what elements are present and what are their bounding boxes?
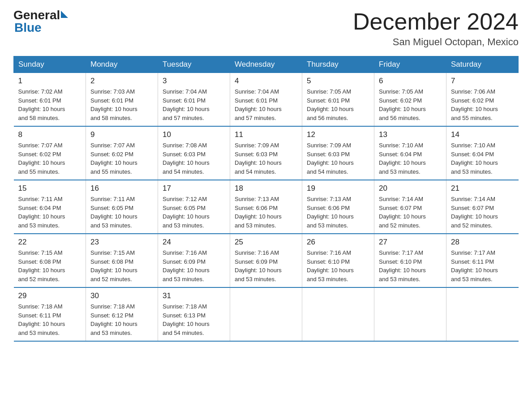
day-number: 31: [163, 291, 225, 300]
day-info: Sunrise: 7:04 AMSunset: 6:01 PMDaylight:…: [235, 87, 297, 122]
day-cell: 9Sunrise: 7:07 AMSunset: 6:02 PMDaylight…: [86, 126, 158, 180]
day-cell: 21Sunrise: 7:14 AMSunset: 6:07 PMDayligh…: [446, 180, 519, 234]
day-cell: 1Sunrise: 7:02 AMSunset: 6:01 PMDaylight…: [14, 73, 86, 127]
day-cell: 20Sunrise: 7:14 AMSunset: 6:07 PMDayligh…: [374, 180, 446, 234]
day-number: 28: [451, 238, 514, 247]
day-info: Sunrise: 7:05 AMSunset: 6:01 PMDaylight:…: [307, 87, 369, 122]
day-cell: 10Sunrise: 7:08 AMSunset: 6:03 PMDayligh…: [158, 126, 230, 180]
day-info: Sunrise: 7:11 AMSunset: 6:05 PMDaylight:…: [90, 195, 153, 230]
day-cell: 22Sunrise: 7:15 AMSunset: 6:08 PMDayligh…: [14, 234, 86, 287]
day-number: 6: [379, 77, 442, 86]
day-number: 8: [18, 130, 82, 139]
calendar-body: 1Sunrise: 7:02 AMSunset: 6:01 PMDaylight…: [14, 73, 519, 342]
header-cell-sunday: Sunday: [14, 56, 86, 73]
day-cell: 24Sunrise: 7:16 AMSunset: 6:09 PMDayligh…: [158, 234, 230, 287]
day-info: Sunrise: 7:10 AMSunset: 6:04 PMDaylight:…: [379, 141, 442, 176]
day-info: Sunrise: 7:05 AMSunset: 6:02 PMDaylight:…: [379, 87, 442, 122]
day-number: 21: [451, 184, 514, 193]
day-number: 27: [379, 238, 442, 247]
day-cell: 2Sunrise: 7:03 AMSunset: 6:01 PMDaylight…: [86, 73, 158, 127]
day-info: Sunrise: 7:06 AMSunset: 6:02 PMDaylight:…: [451, 87, 514, 122]
title-block: December 2024 San Miguel Octopan, Mexico: [353, 9, 519, 48]
day-cell: 16Sunrise: 7:11 AMSunset: 6:05 PMDayligh…: [86, 180, 158, 234]
day-cell: 15Sunrise: 7:11 AMSunset: 6:04 PMDayligh…: [14, 180, 86, 234]
day-number: 16: [90, 184, 153, 193]
day-info: Sunrise: 7:11 AMSunset: 6:04 PMDaylight:…: [18, 195, 82, 230]
month-title: December 2024: [353, 9, 519, 34]
day-number: 1: [18, 77, 82, 86]
day-number: 4: [235, 77, 297, 86]
day-cell: 25Sunrise: 7:16 AMSunset: 6:09 PMDayligh…: [230, 234, 302, 287]
day-cell: 4Sunrise: 7:04 AMSunset: 6:01 PMDaylight…: [230, 73, 302, 127]
day-cell: 3Sunrise: 7:04 AMSunset: 6:01 PMDaylight…: [158, 73, 230, 127]
day-number: 20: [379, 184, 442, 193]
day-info: Sunrise: 7:12 AMSunset: 6:05 PMDaylight:…: [163, 195, 225, 230]
day-info: Sunrise: 7:17 AMSunset: 6:10 PMDaylight:…: [379, 248, 442, 283]
day-cell: 5Sunrise: 7:05 AMSunset: 6:01 PMDaylight…: [302, 73, 374, 127]
day-info: Sunrise: 7:18 AMSunset: 6:11 PMDaylight:…: [18, 302, 82, 337]
week-row-1: 1Sunrise: 7:02 AMSunset: 6:01 PMDaylight…: [14, 73, 519, 127]
day-info: Sunrise: 7:15 AMSunset: 6:08 PMDaylight:…: [18, 248, 82, 283]
logo-arrow-icon: [61, 11, 68, 18]
day-cell: 19Sunrise: 7:13 AMSunset: 6:06 PMDayligh…: [302, 180, 374, 234]
day-info: Sunrise: 7:16 AMSunset: 6:09 PMDaylight:…: [235, 248, 297, 283]
day-info: Sunrise: 7:13 AMSunset: 6:06 PMDaylight:…: [235, 195, 297, 230]
day-info: Sunrise: 7:04 AMSunset: 6:01 PMDaylight:…: [163, 87, 225, 122]
logo-blue-text: Blue: [14, 21, 42, 34]
day-number: 7: [451, 77, 514, 86]
day-info: Sunrise: 7:08 AMSunset: 6:03 PMDaylight:…: [163, 141, 225, 176]
day-info: Sunrise: 7:03 AMSunset: 6:01 PMDaylight:…: [90, 87, 153, 122]
day-cell: [446, 287, 519, 341]
week-row-3: 15Sunrise: 7:11 AMSunset: 6:04 PMDayligh…: [14, 180, 519, 234]
header-cell-saturday: Saturday: [446, 56, 519, 73]
day-info: Sunrise: 7:18 AMSunset: 6:12 PMDaylight:…: [90, 302, 153, 337]
day-number: 26: [307, 238, 369, 247]
header-cell-wednesday: Wednesday: [230, 56, 302, 73]
day-number: 14: [451, 130, 514, 139]
day-cell: [230, 287, 302, 341]
day-info: Sunrise: 7:15 AMSunset: 6:08 PMDaylight:…: [90, 248, 153, 283]
calendar-table: SundayMondayTuesdayWednesdayThursdayFrid…: [13, 56, 519, 342]
day-cell: 18Sunrise: 7:13 AMSunset: 6:06 PMDayligh…: [230, 180, 302, 234]
header-cell-monday: Monday: [86, 56, 158, 73]
day-info: Sunrise: 7:02 AMSunset: 6:01 PMDaylight:…: [18, 87, 82, 122]
week-row-5: 29Sunrise: 7:18 AMSunset: 6:11 PMDayligh…: [14, 287, 519, 341]
day-cell: 17Sunrise: 7:12 AMSunset: 6:05 PMDayligh…: [158, 180, 230, 234]
day-number: 12: [307, 130, 369, 139]
day-cell: 28Sunrise: 7:17 AMSunset: 6:11 PMDayligh…: [446, 234, 519, 287]
day-number: 23: [90, 238, 153, 247]
logo-general-text: General: [13, 9, 60, 21]
day-cell: 29Sunrise: 7:18 AMSunset: 6:11 PMDayligh…: [14, 287, 86, 341]
day-cell: 27Sunrise: 7:17 AMSunset: 6:10 PMDayligh…: [374, 234, 446, 287]
day-number: 22: [18, 238, 82, 247]
day-info: Sunrise: 7:10 AMSunset: 6:04 PMDaylight:…: [451, 141, 514, 176]
day-number: 9: [90, 130, 153, 139]
day-cell: [302, 287, 374, 341]
day-number: 18: [235, 184, 297, 193]
day-cell: 13Sunrise: 7:10 AMSunset: 6:04 PMDayligh…: [374, 126, 446, 180]
header-row: SundayMondayTuesdayWednesdayThursdayFrid…: [14, 56, 519, 73]
location-title: San Miguel Octopan, Mexico: [353, 36, 519, 48]
day-info: Sunrise: 7:18 AMSunset: 6:13 PMDaylight:…: [163, 302, 225, 337]
day-cell: 12Sunrise: 7:09 AMSunset: 6:03 PMDayligh…: [302, 126, 374, 180]
day-number: 19: [307, 184, 369, 193]
day-number: 3: [163, 77, 225, 86]
day-cell: 11Sunrise: 7:09 AMSunset: 6:03 PMDayligh…: [230, 126, 302, 180]
header-cell-tuesday: Tuesday: [158, 56, 230, 73]
day-cell: [374, 287, 446, 341]
header-cell-thursday: Thursday: [302, 56, 374, 73]
day-info: Sunrise: 7:13 AMSunset: 6:06 PMDaylight:…: [307, 195, 369, 230]
page-header: General Blue December 2024 San Miguel Oc…: [13, 9, 519, 48]
day-number: 24: [163, 238, 225, 247]
day-info: Sunrise: 7:17 AMSunset: 6:11 PMDaylight:…: [451, 248, 514, 283]
day-info: Sunrise: 7:09 AMSunset: 6:03 PMDaylight:…: [235, 141, 297, 176]
day-number: 10: [163, 130, 225, 139]
day-info: Sunrise: 7:07 AMSunset: 6:02 PMDaylight:…: [90, 141, 153, 176]
day-info: Sunrise: 7:16 AMSunset: 6:09 PMDaylight:…: [163, 248, 225, 283]
day-info: Sunrise: 7:09 AMSunset: 6:03 PMDaylight:…: [307, 141, 369, 176]
day-cell: 30Sunrise: 7:18 AMSunset: 6:12 PMDayligh…: [86, 287, 158, 341]
week-row-2: 8Sunrise: 7:07 AMSunset: 6:02 PMDaylight…: [14, 126, 519, 180]
day-number: 15: [18, 184, 82, 193]
day-number: 5: [307, 77, 369, 86]
day-cell: 23Sunrise: 7:15 AMSunset: 6:08 PMDayligh…: [86, 234, 158, 287]
